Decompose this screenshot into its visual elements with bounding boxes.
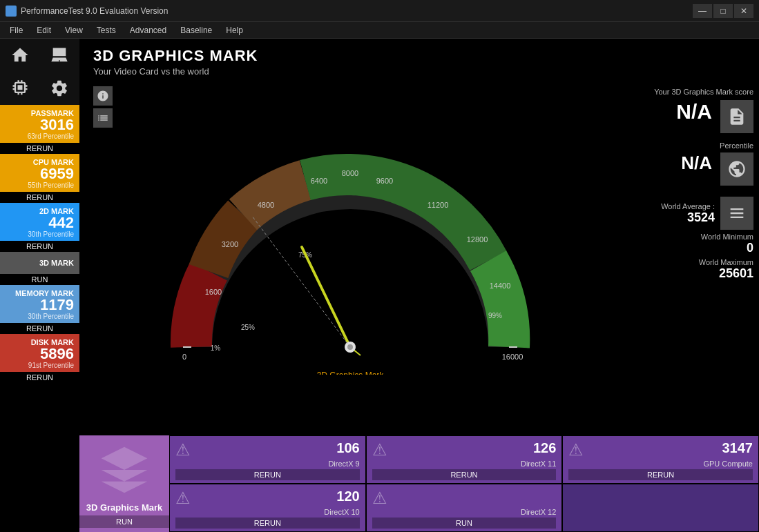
gauge-icons xyxy=(93,86,113,128)
svg-text:1%: 1% xyxy=(211,344,221,352)
score-label: Your 3D Graphics Mark score xyxy=(626,88,753,96)
minimize-button[interactable]: — xyxy=(693,4,712,18)
memory-mark-percentile: 30th Percentile xyxy=(6,313,74,320)
world-min-value: 0 xyxy=(626,241,753,255)
svg-text:6400: 6400 xyxy=(311,177,327,185)
info-icon-button[interactable] xyxy=(93,86,113,106)
world-avg-text: World Average : 3524 xyxy=(661,202,715,225)
sidebar-nav-2 xyxy=(0,72,79,105)
memory-button[interactable] xyxy=(720,197,753,230)
cpu-rerun[interactable]: RERUN xyxy=(0,192,79,203)
svg-text:99%: 99% xyxy=(488,312,502,319)
menu-advanced[interactable]: Advanced xyxy=(123,22,173,38)
chart-icon xyxy=(97,112,109,124)
empty-card xyxy=(562,484,759,532)
svg-text:25%: 25% xyxy=(241,324,255,331)
page-subtitle: Your Video Card vs the world xyxy=(93,66,745,77)
title-bar-text: PerformanceTest 9.0 Evaluation Version xyxy=(21,6,693,16)
score-row: N/A xyxy=(626,100,753,136)
big-3d-card: 3D Graphics Mark RUN xyxy=(79,435,169,532)
disk-mark-value: 5896 xyxy=(6,346,74,362)
threed-run[interactable]: RUN xyxy=(0,274,79,285)
dx9-value: 106 xyxy=(336,440,359,456)
disk-rerun[interactable]: RERUN xyxy=(0,372,79,383)
title-bar: PerformanceTest 9.0 Evaluation Version —… xyxy=(0,0,759,22)
svg-text:8000: 8000 xyxy=(342,169,358,177)
cpu-mark-percentile: 55th Percentile xyxy=(6,181,74,189)
monitor-nav-button[interactable] xyxy=(40,39,80,72)
world-average-value: 3524 xyxy=(661,210,715,225)
cpu-icon xyxy=(10,79,30,98)
cpu-nav-button[interactable] xyxy=(0,72,40,105)
dx11-rerun[interactable]: RERUN xyxy=(372,469,557,480)
disk-mark-card[interactable]: DISK MARK 5896 91st Percentile xyxy=(0,334,79,372)
gpu-compute-name: GPU Compute xyxy=(568,460,753,468)
sub-cards-grid: ⚠ 106 DirectX 9 RERUN ⚠ 126 DirectX 11 R… xyxy=(169,435,759,532)
percentile-value-area: N/A xyxy=(626,152,712,174)
dx11-icon: ⚠ xyxy=(372,440,387,460)
threed-mark-card[interactable]: 3D MARK xyxy=(0,252,79,274)
menu-edit[interactable]: Edit xyxy=(30,22,58,38)
dx10-rerun[interactable]: RERUN xyxy=(175,518,360,529)
globe-button[interactable] xyxy=(720,152,753,186)
passmark-rerun[interactable]: RERUN xyxy=(0,143,79,154)
score-value-area: N/A xyxy=(626,100,712,124)
menu-tests[interactable]: Tests xyxy=(90,22,123,38)
dx10-card: ⚠ 120 DirectX 10 RERUN xyxy=(169,484,366,532)
menu-help[interactable]: Help xyxy=(219,22,250,38)
main-content-row: 0 1600 3200 4800 6400 8000 9600 11200 12… xyxy=(79,79,759,435)
settings-nav-button[interactable] xyxy=(40,72,80,105)
dx12-name: DirectX 12 xyxy=(372,508,557,516)
dx11-name: DirectX 11 xyxy=(372,460,557,468)
dx9-icon: ⚠ xyxy=(175,440,191,460)
cpu-mark-card[interactable]: CPU MARK 6959 55th Percentile xyxy=(0,154,79,192)
percentile-label: Percentile xyxy=(626,141,753,150)
maximize-button[interactable]: □ xyxy=(713,4,733,18)
big-card-run[interactable]: RUN xyxy=(79,515,169,528)
memory-rerun[interactable]: RERUN xyxy=(0,323,79,334)
dx9-name: DirectX 9 xyxy=(175,460,360,468)
menu-baseline[interactable]: Baseline xyxy=(173,22,219,38)
twod-rerun[interactable]: RERUN xyxy=(0,241,79,252)
big-card-icon xyxy=(97,442,152,500)
world-max-value: 25601 xyxy=(626,266,753,281)
gauge-svg: 0 1600 3200 4800 6400 8000 9600 11200 12… xyxy=(136,140,564,375)
menu-file[interactable]: File xyxy=(3,22,30,38)
content-area: 3D GRAPHICS MARK Your Video Card vs the … xyxy=(79,39,759,532)
world-min-label: World Minimum xyxy=(626,233,753,241)
big-card-label: 3D Graphics Mark xyxy=(86,502,163,513)
menu-view[interactable]: View xyxy=(58,22,90,38)
right-panel: Your 3D Graphics Mark score N/A Percenti… xyxy=(621,79,759,435)
percentile-value: N/A xyxy=(626,152,712,174)
close-button[interactable]: ✕ xyxy=(734,4,753,18)
dx12-card: ⚠ DirectX 12 RUN xyxy=(366,484,563,532)
export-icon xyxy=(727,107,747,126)
svg-text:12800: 12800 xyxy=(467,235,488,244)
dx10-name: DirectX 10 xyxy=(175,508,360,516)
twod-mark-value: 442 xyxy=(6,215,74,230)
dx12-run[interactable]: RUN xyxy=(372,518,557,529)
passmark-card[interactable]: PASSMARK 3016 63rd Percentile xyxy=(0,105,79,143)
world-stats-section: World Average : 3524 World Minimum 0 Wor… xyxy=(626,197,753,281)
info-icon xyxy=(97,90,109,102)
memory-icon xyxy=(727,204,747,223)
home-nav-button[interactable] xyxy=(0,39,40,72)
monitor-icon xyxy=(50,46,69,65)
gpu-compute-rerun[interactable]: RERUN xyxy=(568,469,753,480)
memory-mark-card[interactable]: MEMORY MARK 1179 30th Percentile xyxy=(0,285,79,323)
twod-mark-percentile: 30th Percentile xyxy=(6,230,74,238)
main-layout: PASSMARK 3016 63rd Percentile RERUN CPU … xyxy=(0,39,759,532)
world-avg-row: World Average : 3524 xyxy=(626,197,753,230)
svg-text:1600: 1600 xyxy=(205,288,222,296)
page-title: 3D GRAPHICS MARK xyxy=(93,47,745,65)
bottom-grid: 3D Graphics Mark RUN ⚠ 106 DirectX 9 RER… xyxy=(79,435,759,532)
svg-text:4800: 4800 xyxy=(258,201,274,209)
menu-bar: File Edit View Tests Advanced Baseline H… xyxy=(0,22,759,39)
svg-text:11200: 11200 xyxy=(427,201,449,209)
export-button[interactable] xyxy=(720,100,753,133)
svg-line-17 xyxy=(302,247,350,347)
chart-icon-button[interactable] xyxy=(93,108,113,128)
dx9-rerun[interactable]: RERUN xyxy=(175,469,360,480)
twod-mark-card[interactable]: 2D MARK 442 30th Percentile xyxy=(0,203,79,241)
svg-text:3200: 3200 xyxy=(222,240,238,248)
